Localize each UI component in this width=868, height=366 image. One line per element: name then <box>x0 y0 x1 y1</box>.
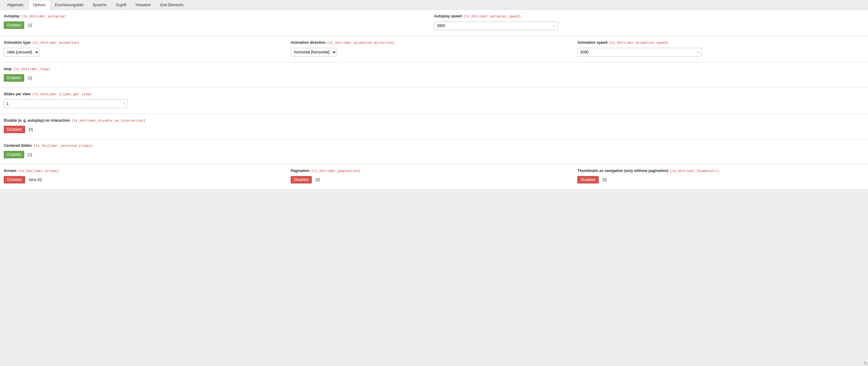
tech-arrows: [tx_hhslider_arrows] <box>18 169 59 173</box>
tab-bar: Allgemein Options Erscheinungsbild Sprac… <box>0 0 868 10</box>
tech-autoplay-speed: [tx_hhslider_autoplay_speed] <box>463 14 521 18</box>
tech-animation-direction: [tx_hhslider_animation_direction] <box>327 41 395 45</box>
tech-disable-on-interaction: [tx_hhslider_disable_on_interaction] <box>71 119 145 123</box>
field-pagination: Pagination [tx_hhslider_pagination] Disa… <box>291 169 578 184</box>
tab-allgemein[interactable]: Allgemein <box>2 0 28 10</box>
tab-options[interactable]: Options <box>28 0 50 10</box>
label-loop: loop <box>4 67 11 71</box>
state-pagination: [0] <box>315 177 319 182</box>
toggle-autoplay[interactable]: Enabled <box>4 21 24 29</box>
label-autoplay-speed: Autoplay speed <box>434 14 462 18</box>
state-thumbnails: [0] <box>602 177 607 182</box>
field-disable-on-interaction: Disable (e. g. autoplay) on interaction … <box>4 118 864 133</box>
toggle-thumbnails[interactable]: Disabled <box>577 176 599 184</box>
field-arrows: Arrows [tx_hhslider_arrows] Disabled fal… <box>4 169 291 184</box>
state-loop: [1] <box>28 76 32 80</box>
field-centered-slides: Centered Slides [tx_hhslider_centered_sl… <box>4 143 864 158</box>
tech-centered-slides: [tx_hhslider_centered_slides] <box>33 144 93 148</box>
tech-pagination: [tx_hhslider_pagination] <box>311 169 361 173</box>
tech-animation-type: [tx_hhslider_animation] <box>32 41 80 45</box>
label-disable-on-interaction: Disable (e. g. autoplay) on interaction <box>4 118 70 123</box>
label-thumbnails: Thumbnails as navigation (only without p… <box>577 169 668 173</box>
tech-autoplay: [tx_hhslider_autoplay] <box>21 14 66 18</box>
field-animation-speed: Animation speed [tx_hhslider_animation_s… <box>577 40 864 56</box>
clear-icon[interactable]: × <box>123 102 126 106</box>
label-animation-speed: Animation speed <box>577 40 608 45</box>
input-autoplay-speed[interactable] <box>434 21 558 30</box>
tab-content-options: Autoplay [tx_hhslider_autoplay] Enabled … <box>0 10 868 189</box>
input-slides-per-view[interactable] <box>4 99 128 108</box>
field-animation-direction: Animation direction [tx_hhslider_animati… <box>291 40 578 56</box>
toggle-disable-on-interaction[interactable]: Disabled <box>4 126 25 133</box>
tab-erscheinungsbild[interactable]: Erscheinungsbild <box>50 0 88 10</box>
tab-grid-elements[interactable]: Grid Elements <box>155 0 188 10</box>
field-slides-per-view: Slides per view [tx_hhslider_slides_per_… <box>4 92 864 108</box>
toggle-loop[interactable]: Enabled <box>4 74 24 82</box>
select-animation-direction[interactable]: horizontal [horizontal] <box>291 48 337 56</box>
clear-icon[interactable]: × <box>697 50 700 54</box>
tab-hinweise[interactable]: Hinweise <box>131 0 155 10</box>
field-autoplay-speed: Autoplay speed [tx_hhslider_autoplay_spe… <box>434 14 864 30</box>
toggle-pagination[interactable]: Disabled <box>291 176 312 184</box>
state-disable-on-interaction: [0] <box>29 127 33 132</box>
label-animation-direction: Animation direction <box>291 40 326 45</box>
label-animation-type: Animation type <box>4 40 31 45</box>
tech-loop: [tx_hhslider_loop] <box>13 67 50 71</box>
label-autoplay: Autoplay <box>4 14 20 18</box>
label-slides-per-view: Slides per view <box>4 92 31 96</box>
label-pagination: Pagination <box>291 169 310 173</box>
toggle-arrows[interactable]: Disabled <box>4 176 25 184</box>
tech-slides-per-view: [tx_hhslider_slides_per_view] <box>32 92 92 96</box>
state-autoplay: [1] <box>28 23 32 27</box>
toggle-centered-slides[interactable]: Enabled <box>4 151 24 158</box>
state-arrows: false [0] <box>29 177 42 182</box>
field-thumbnails: Thumbnails as navigation (only without p… <box>577 169 864 184</box>
label-arrows: Arrows <box>4 169 17 173</box>
field-autoplay: Autoplay [tx_hhslider_autoplay] Enabled … <box>4 14 434 30</box>
select-animation-type[interactable]: slide [carousel] <box>4 48 39 56</box>
clear-icon[interactable]: × <box>553 24 556 28</box>
tab-zugriff[interactable]: Zugriff <box>111 0 131 10</box>
tech-animation-speed: [tx_hhslider_animation_speed] <box>609 41 669 45</box>
label-centered-slides: Centered Slides <box>4 143 32 148</box>
field-loop: loop [tx_hhslider_loop] Enabled [1] <box>4 67 864 82</box>
field-animation-type: Animation type [tx_hhslider_animation] s… <box>4 40 291 56</box>
input-animation-speed[interactable] <box>577 48 702 56</box>
tab-sprache[interactable]: Sprache <box>88 0 111 10</box>
tech-thumbnails: [tx_hhslider_thumbnails] <box>670 169 719 173</box>
state-centered-slides: [1] <box>28 152 32 157</box>
